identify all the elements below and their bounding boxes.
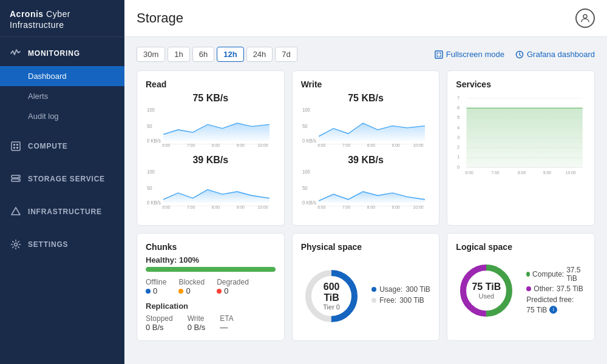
logical-predicted-val-row: 75 TiB i	[526, 306, 586, 314]
svg-text:7:00: 7:00	[187, 205, 195, 209]
other-value: 37.5 TiB	[557, 285, 583, 293]
svg-text:2: 2	[457, 144, 459, 150]
chunks-card: Chunks Healthy: 100% Offline 0	[137, 233, 285, 341]
blocked-value: 0	[186, 286, 190, 295]
replication-row: Stopped 0 B/s Write 0 B/s ETA —	[146, 314, 276, 332]
blocked-dot	[178, 289, 183, 294]
svg-text:50: 50	[302, 123, 308, 129]
svg-text:7:00: 7:00	[342, 143, 350, 147]
eta-stat: ETA —	[220, 314, 233, 332]
healthy-value: 100%	[179, 255, 199, 265]
nav-infrastructure-label: INFRASTRUCTURE	[28, 207, 102, 216]
settings-icon	[10, 238, 22, 251]
predicted-label: Predicted free:	[526, 295, 574, 304]
svg-text:50: 50	[147, 185, 152, 190]
time-btn-1h[interactable]: 1h	[168, 47, 189, 62]
logical-other: Other: 37.5 TiB	[526, 285, 586, 293]
svg-text:10:00: 10:00	[413, 205, 423, 209]
top-links: Fullscreen mode Grafana dashboard	[435, 50, 595, 59]
physical-legend: Usage: 300 TiB Free: 300 TiB	[371, 285, 430, 307]
grafana-link[interactable]: Grafana dashboard	[515, 50, 595, 59]
logical-card: Logical space 75 TiB Used	[447, 233, 595, 341]
offline-dot	[146, 289, 151, 294]
logical-predicted: Predicted free:	[526, 295, 586, 304]
svg-text:100: 100	[302, 107, 310, 112]
degraded-stat: Degraded 0	[217, 278, 249, 295]
svg-text:1: 1	[457, 155, 459, 160]
logical-used: 75 TiB	[472, 281, 501, 292]
eta-label: ETA	[220, 314, 233, 323]
svg-text:10:00: 10:00	[566, 170, 576, 175]
logical-donut: 75 TiB Used	[456, 260, 517, 321]
physical-donut-label: 600 TiB Tier 0	[316, 281, 347, 311]
degraded-label: Degraded	[217, 278, 249, 286]
services-card-title: Services	[456, 79, 586, 89]
nav-dashboard[interactable]: Dashboard	[0, 66, 124, 86]
replication-title: Replication	[146, 302, 276, 311]
svg-text:0 KB/s: 0 KB/s	[147, 138, 161, 144]
infrastructure-icon	[10, 206, 22, 218]
sidebar: Acronis Cyber Infrastructure MONITORING …	[0, 0, 124, 364]
svg-marker-70	[467, 108, 583, 167]
svg-text:8:00: 8:00	[367, 143, 375, 147]
logo-brand: Acronis	[10, 9, 44, 19]
svg-text:0 KB/s: 0 KB/s	[147, 200, 161, 206]
blocked-label: Blocked	[178, 278, 205, 286]
nav-audit-log[interactable]: Audit log	[0, 106, 124, 126]
time-btn-30m[interactable]: 30m	[137, 47, 165, 62]
svg-text:8:00: 8:00	[212, 205, 220, 209]
user-icon[interactable]	[575, 8, 595, 28]
repl-write-value: 0 B/s	[188, 323, 206, 332]
nav-settings[interactable]: SETTINGS	[0, 232, 124, 257]
physical-card: Physical space 600 TiB Tier 0	[292, 233, 440, 341]
svg-rect-4	[16, 147, 18, 149]
svg-marker-9	[12, 207, 20, 215]
write-top-value: 75 KB/s	[301, 93, 431, 104]
svg-text:7:00: 7:00	[342, 205, 350, 209]
svg-text:0 KB/s: 0 KB/s	[302, 200, 316, 206]
info-icon[interactable]: i	[549, 306, 557, 314]
chunks-healthy: Healthy: 100%	[146, 255, 276, 265]
grafana-icon	[515, 50, 524, 59]
blocked-value-row: 0	[178, 286, 205, 295]
svg-text:10:00: 10:00	[413, 143, 423, 147]
main-content: Storage 30m 1h 6h 12h 24h 7d	[124, 0, 607, 364]
nav-storage-label: STORAGE SERVICE	[28, 175, 105, 183]
degraded-value: 0	[224, 286, 228, 295]
eta-value: —	[220, 323, 233, 332]
time-btn-6h[interactable]: 6h	[192, 47, 214, 62]
stopped-value: 0 B/s	[146, 323, 173, 332]
free-label: Free:	[379, 296, 396, 305]
monitoring-section: MONITORING Dashboard Alerts Audit log	[0, 37, 124, 130]
svg-text:100: 100	[147, 169, 155, 174]
page-title: Storage	[137, 10, 183, 26]
nav-monitoring[interactable]: MONITORING	[0, 41, 124, 66]
logical-donut-area: 75 TiB Used Compute: 37.5 TiB Other:	[456, 255, 586, 321]
storage-section: STORAGE SERVICE	[0, 163, 124, 195]
nav-compute-label: COMPUTE	[28, 142, 68, 150]
svg-text:0 KB/s: 0 KB/s	[302, 138, 316, 144]
nav-storage[interactable]: STORAGE SERVICE	[0, 166, 124, 192]
svg-text:10:00: 10:00	[258, 143, 268, 147]
svg-text:6:00: 6:00	[466, 170, 474, 175]
svg-marker-27	[163, 190, 270, 203]
write-card: Write 75 KB/s 100 50 0 KB/s 6:00	[292, 70, 440, 226]
fullscreen-link[interactable]: Fullscreen mode	[435, 50, 504, 59]
physical-donut-area: 600 TiB Tier 0 Usage: 300 TiB Free:	[301, 255, 431, 332]
nav-monitoring-label: MONITORING	[28, 49, 80, 58]
time-btn-7d[interactable]: 7d	[275, 47, 297, 62]
write-bottom-chart: 100 50 0 KB/s 6:00 7:00 8:00 9:00 10:00	[301, 167, 431, 209]
svg-text:10:00: 10:00	[258, 205, 268, 209]
blocked-stat: Blocked 0	[178, 278, 205, 295]
svg-text:9:00: 9:00	[237, 143, 245, 147]
svg-text:100: 100	[147, 107, 155, 112]
nav-compute[interactable]: COMPUTE	[0, 133, 124, 159]
time-btn-12h[interactable]: 12h	[217, 47, 243, 62]
time-buttons: 30m 1h 6h 12h 24h 7d	[137, 47, 297, 62]
svg-text:9:00: 9:00	[392, 143, 399, 147]
nav-infrastructure[interactable]: INFRASTRUCTURE	[0, 199, 124, 224]
logical-used-label: Used	[472, 292, 501, 300]
nav-alerts[interactable]: Alerts	[0, 86, 124, 106]
physical-free: Free: 300 TiB	[371, 296, 430, 305]
time-btn-24h[interactable]: 24h	[246, 47, 273, 62]
